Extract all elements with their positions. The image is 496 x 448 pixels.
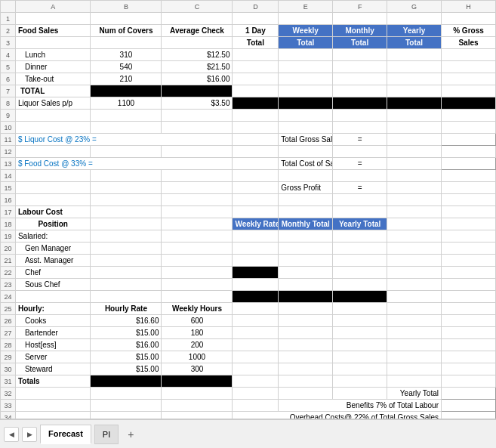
r7h[interactable] (441, 85, 495, 97)
r25b[interactable]: Hourly Rate (91, 303, 162, 315)
r33h[interactable] (441, 400, 495, 412)
r4f[interactable] (333, 49, 387, 61)
r3a[interactable] (15, 37, 91, 49)
r31f[interactable] (333, 375, 387, 388)
r14h[interactable] (441, 170, 495, 182)
r21b[interactable] (91, 255, 162, 267)
r20a[interactable]: Gen Manager (15, 243, 91, 255)
r6h[interactable] (441, 73, 495, 85)
r9f[interactable] (333, 110, 387, 122)
r15g[interactable] (387, 182, 442, 194)
r8b[interactable]: 1100 (91, 97, 162, 110)
r9g[interactable] (387, 110, 442, 122)
r10b[interactable] (91, 122, 162, 134)
r14d[interactable] (233, 170, 279, 182)
r1f[interactable] (333, 13, 387, 25)
r19h[interactable] (441, 230, 495, 243)
r2b[interactable]: Num of Covers (91, 25, 162, 37)
r2a[interactable]: Food Sales (15, 25, 91, 37)
r28b[interactable]: $16.00 (91, 339, 162, 351)
r15h[interactable] (441, 182, 495, 194)
r25g[interactable] (387, 303, 442, 315)
r9c[interactable] (162, 110, 233, 122)
r9d[interactable] (233, 110, 279, 122)
r25a[interactable]: Hourly: (15, 303, 91, 315)
r31h[interactable] (441, 375, 495, 388)
r22e[interactable] (279, 267, 333, 279)
r4g[interactable] (387, 49, 442, 61)
r31g[interactable] (387, 375, 442, 388)
r6f[interactable] (333, 73, 387, 85)
r17f[interactable] (333, 206, 387, 218)
r19b[interactable] (91, 230, 162, 243)
r8h[interactable] (441, 97, 495, 110)
next-tab-button[interactable]: ▶ (22, 427, 37, 442)
r21c[interactable] (162, 255, 233, 267)
r1d[interactable] (233, 13, 279, 25)
r26d[interactable] (233, 315, 279, 327)
r5h[interactable] (441, 61, 495, 73)
r8a[interactable]: Liquor Sales p/p (15, 97, 91, 110)
r11f[interactable]: = (333, 134, 387, 146)
r33b[interactable] (91, 400, 162, 412)
r24g[interactable] (387, 291, 442, 303)
r27f[interactable] (333, 327, 387, 339)
r26e[interactable] (279, 315, 333, 327)
r11g[interactable] (387, 134, 442, 146)
r12f[interactable] (333, 146, 387, 158)
r18b[interactable] (91, 218, 162, 230)
r32h[interactable] (441, 388, 495, 400)
r32f[interactable] (333, 388, 387, 400)
r34c[interactable] (162, 412, 233, 420)
r7b[interactable] (91, 85, 162, 97)
r24f[interactable] (333, 291, 387, 303)
r2d[interactable]: 1 Day (233, 25, 279, 37)
r2g[interactable]: Yearly (387, 25, 442, 37)
r12g[interactable] (387, 146, 442, 158)
r26a[interactable]: Cooks (15, 315, 91, 327)
r29b[interactable]: $15.00 (91, 351, 162, 363)
r9e[interactable] (279, 110, 333, 122)
r16e[interactable] (279, 194, 333, 206)
r32b[interactable] (91, 388, 162, 400)
r17a[interactable]: Labour Cost (15, 206, 91, 218)
r30c[interactable]: 300 (162, 363, 233, 375)
r27d[interactable] (233, 327, 279, 339)
r15b[interactable] (91, 182, 162, 194)
r34h[interactable] (441, 412, 495, 420)
r21g[interactable] (387, 255, 442, 267)
r29e[interactable] (279, 351, 333, 363)
r18f[interactable]: Yearly Total (333, 218, 387, 230)
r20h[interactable] (441, 243, 495, 255)
r15c[interactable] (162, 182, 233, 194)
r14a[interactable] (15, 170, 91, 182)
r14f[interactable] (333, 170, 387, 182)
r27e[interactable] (279, 327, 333, 339)
r17c[interactable] (162, 206, 233, 218)
r6a[interactable]: Take-out (15, 73, 91, 85)
r12a[interactable] (15, 146, 91, 158)
r13h[interactable] (441, 158, 495, 170)
r18e[interactable]: Monthly Total (279, 218, 333, 230)
r2h[interactable]: % Gross (441, 25, 495, 37)
r32g[interactable]: Yearly Total (387, 388, 442, 400)
r3f[interactable]: Total (333, 37, 387, 49)
r18a[interactable]: Position (15, 218, 91, 230)
r17e[interactable] (279, 206, 333, 218)
r2c[interactable]: Average Check (162, 25, 233, 37)
r10h[interactable] (441, 122, 495, 134)
r31e[interactable] (279, 375, 333, 388)
r15e[interactable]: Gross Profit (279, 182, 333, 194)
r1c[interactable] (162, 13, 233, 25)
r7f[interactable] (333, 85, 387, 97)
r13g[interactable] (387, 158, 442, 170)
r30h[interactable] (441, 363, 495, 375)
r3b[interactable] (91, 37, 162, 49)
r11e[interactable]: Total Gross Sales (279, 134, 333, 146)
r22f[interactable] (333, 267, 387, 279)
r29d[interactable] (233, 351, 279, 363)
r12h[interactable] (441, 146, 495, 158)
r33d[interactable] (233, 400, 279, 412)
r6e[interactable] (279, 73, 333, 85)
r32a[interactable] (15, 388, 91, 400)
